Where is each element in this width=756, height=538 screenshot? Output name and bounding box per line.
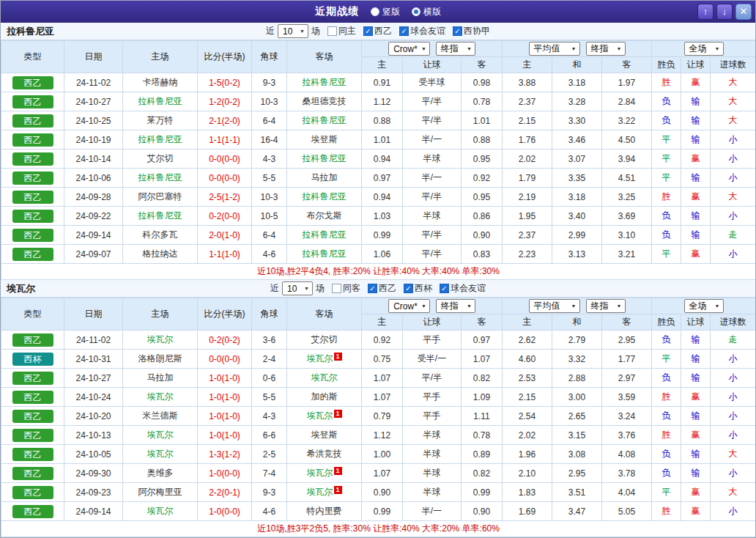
away-team-link[interactable]: 拉科鲁尼亚 bbox=[287, 226, 362, 245]
match-date: 24-11-02 bbox=[64, 331, 123, 350]
league-badge[interactable]: 西乙 bbox=[12, 372, 53, 385]
home-team-link[interactable]: 拉科鲁尼亚 bbox=[123, 130, 198, 150]
average-select[interactable]: 平均值▼ bbox=[529, 299, 580, 313]
fulltime-select[interactable]: 全场▼ bbox=[684, 299, 724, 313]
league-badge[interactable]: 西乙 bbox=[12, 486, 53, 499]
layout-radio-vertical[interactable]: 竖版 bbox=[371, 6, 400, 18]
away-team-link[interactable]: 马拉加 bbox=[287, 169, 362, 188]
avg-away: 4.04 bbox=[602, 483, 652, 502]
average-select[interactable]: 平均值▼ bbox=[529, 42, 580, 56]
league-badge[interactable]: 西乙 bbox=[12, 114, 53, 128]
league-cell: 西乙 bbox=[1, 445, 64, 464]
away-team-link[interactable]: 埃瓦尔1 bbox=[287, 483, 362, 502]
home-team-link[interactable]: 奥维多 bbox=[123, 464, 198, 483]
filter-club-friendly[interactable]: ✓ 球会友谊 bbox=[399, 25, 445, 37]
league-badge[interactable]: 西乙 bbox=[12, 229, 53, 242]
league-badge[interactable]: 西乙 bbox=[12, 152, 53, 166]
away-team-link[interactable]: 埃登斯 bbox=[287, 426, 362, 445]
league-badge[interactable]: 西乙 bbox=[12, 448, 53, 461]
league-badge[interactable]: 西乙 bbox=[12, 467, 53, 480]
result-wdl: 平 bbox=[652, 245, 681, 264]
league-badge[interactable]: 西乙 bbox=[12, 410, 53, 423]
league-badge[interactable]: 西乙 bbox=[12, 391, 53, 404]
match-count-select[interactable]: 10 ▼ bbox=[282, 281, 313, 295]
away-team-link[interactable]: 桑坦德竞技 bbox=[287, 92, 362, 111]
home-team-link[interactable]: 埃瓦尔 bbox=[123, 502, 198, 521]
league-badge[interactable]: 西乙 bbox=[12, 76, 53, 89]
home-team-link[interactable]: 埃瓦尔 bbox=[123, 331, 198, 350]
avg-stage-select[interactable]: 终指▼ bbox=[586, 299, 626, 313]
scroll-down-button[interactable]: ↓ bbox=[716, 4, 733, 20]
away-team-link[interactable]: 埃瓦尔 bbox=[287, 369, 362, 388]
score: 1-0(1-0) bbox=[198, 407, 252, 426]
filter-league-laliga2[interactable]: ✓ 西乙 bbox=[368, 282, 396, 295]
away-team-link[interactable]: 拉科鲁尼亚 bbox=[287, 150, 362, 169]
away-team-link[interactable]: 埃登斯 bbox=[287, 130, 362, 150]
filter-same-home[interactable]: ✓ 同主 bbox=[327, 25, 356, 37]
result-wdl: 负 bbox=[652, 111, 681, 130]
odds-handicap: 平手 bbox=[403, 407, 462, 426]
bookmaker-select[interactable]: Crow*▼ bbox=[388, 299, 430, 313]
away-team-link[interactable]: 拉科鲁尼亚 bbox=[287, 188, 362, 207]
fulltime-select[interactable]: 全场▼ bbox=[684, 42, 724, 56]
home-team-link[interactable]: 马拉加 bbox=[123, 369, 198, 388]
odds-stage-select[interactable]: 终指▼ bbox=[436, 299, 475, 313]
result-wdl: 胜 bbox=[652, 388, 681, 407]
close-icon[interactable]: ✕ bbox=[735, 4, 752, 20]
bookmaker-select[interactable]: Crow*▼ bbox=[388, 42, 430, 56]
away-team-link[interactable]: 埃瓦尔1 bbox=[287, 464, 362, 483]
home-team-link[interactable]: 米兰德斯 bbox=[123, 407, 198, 426]
home-team-link[interactable]: 科尔多瓦 bbox=[123, 226, 198, 245]
layout-radio-horizontal[interactable]: 横版 bbox=[412, 6, 441, 18]
away-team-link[interactable]: 拉科鲁尼亚 bbox=[287, 111, 362, 130]
filter-copa-del-rey[interactable]: ✓ 西杯 bbox=[404, 282, 432, 295]
league-badge[interactable]: 西乙 bbox=[12, 210, 53, 223]
league-badge[interactable]: 西乙 bbox=[12, 191, 53, 204]
home-team-link[interactable]: 阿尔梅里亚 bbox=[123, 483, 198, 502]
result-goals: 走 bbox=[711, 226, 756, 245]
filter-club-friendly[interactable]: ✓ 球会友谊 bbox=[440, 282, 486, 295]
away-team-link[interactable]: 艾尔切 bbox=[287, 331, 362, 350]
filter-same-away[interactable]: ✓ 同客 bbox=[332, 282, 360, 295]
odds-stage-select[interactable]: 终指▼ bbox=[436, 42, 475, 56]
league-badge[interactable]: 西乙 bbox=[12, 133, 53, 147]
checkbox-icon: ✓ bbox=[440, 284, 449, 293]
home-team-link[interactable]: 埃瓦尔 bbox=[123, 445, 198, 464]
filter-league-laliga2[interactable]: ✓ 西乙 bbox=[363, 25, 392, 37]
away-team-link[interactable]: 布尔戈斯 bbox=[287, 207, 362, 226]
home-team-link[interactable]: 莱万特 bbox=[123, 111, 198, 130]
league-badge[interactable]: 西乙 bbox=[12, 505, 53, 518]
league-badge[interactable]: 西乙 bbox=[12, 95, 53, 108]
away-team-link[interactable]: 埃瓦尔1 bbox=[287, 407, 362, 426]
filter-primera-rfef[interactable]: ✓ 西协甲 bbox=[453, 25, 490, 37]
away-team-link[interactable]: 埃瓦尔1 bbox=[287, 350, 362, 369]
result-wdl: 平 bbox=[652, 150, 681, 169]
scroll-up-button[interactable]: ↑ bbox=[697, 4, 714, 20]
avg-home: 2.19 bbox=[503, 188, 552, 207]
league-badge[interactable]: 西杯 bbox=[12, 353, 53, 366]
home-team-link[interactable]: 拉科鲁尼亚 bbox=[123, 92, 198, 111]
avg-stage-select[interactable]: 终指▼ bbox=[586, 42, 626, 56]
home-team-link[interactable]: 卡塔赫纳 bbox=[123, 73, 198, 92]
away-team-link[interactable]: 拉科鲁尼亚 bbox=[287, 73, 362, 92]
team-name: 拉科鲁尼亚 bbox=[7, 25, 54, 38]
match-count-select[interactable]: 10 ▼ bbox=[278, 24, 308, 38]
home-team-link[interactable]: 艾尔切 bbox=[123, 150, 198, 169]
home-team-link[interactable]: 埃瓦尔 bbox=[123, 388, 198, 407]
league-badge[interactable]: 西乙 bbox=[12, 334, 53, 347]
col-away: 客场 bbox=[287, 298, 362, 331]
home-team-link[interactable]: 洛格朗尼斯 bbox=[123, 350, 198, 369]
league-cell: 西乙 bbox=[1, 111, 64, 130]
home-team-link[interactable]: 拉科鲁尼亚 bbox=[123, 169, 198, 188]
league-badge[interactable]: 西乙 bbox=[12, 429, 53, 442]
away-team-link[interactable]: 加的斯 bbox=[287, 388, 362, 407]
away-team-link[interactable]: 特内里费 bbox=[287, 502, 362, 521]
home-team-link[interactable]: 埃瓦尔 bbox=[123, 426, 198, 445]
home-team-link[interactable]: 拉科鲁尼亚 bbox=[123, 207, 198, 226]
home-team-link[interactable]: 格拉纳达 bbox=[123, 245, 198, 264]
away-team-link[interactable]: 希洪竞技 bbox=[287, 445, 362, 464]
league-badge[interactable]: 西乙 bbox=[12, 172, 53, 185]
league-badge[interactable]: 西乙 bbox=[12, 248, 53, 261]
away-team-link[interactable]: 拉科鲁尼亚 bbox=[287, 245, 362, 264]
home-team-link[interactable]: 阿尔巴塞特 bbox=[123, 188, 198, 207]
